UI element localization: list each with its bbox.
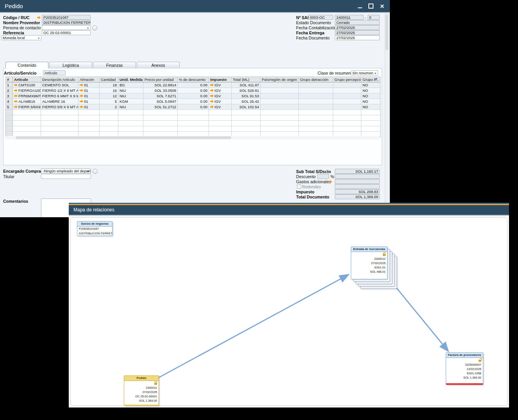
cell-num[interactable]: 3 (6, 93, 13, 98)
cell-descuento[interactable]: 0.00 (178, 104, 209, 109)
cell[interactable] (41, 110, 79, 115)
cell[interactable] (100, 110, 118, 115)
cell[interactable] (361, 110, 380, 115)
cell[interactable] (100, 126, 118, 131)
cell-cantidad[interactable]: 16 (100, 88, 118, 93)
cell[interactable] (118, 126, 143, 131)
cell[interactable] (143, 126, 178, 131)
link-arrow-icon[interactable] (14, 100, 18, 103)
cell-total[interactable]: SOL 25.42 (232, 99, 261, 104)
cell-num[interactable]: 4 (6, 99, 13, 104)
maximize-icon[interactable] (368, 4, 373, 9)
cell-descripcion[interactable]: CEMENTO SOL (41, 82, 79, 88)
tab-finanzas[interactable]: Finanzas (93, 62, 136, 68)
cell[interactable] (143, 115, 178, 120)
cell[interactable] (232, 121, 261, 126)
cell-almacen[interactable]: 01 (79, 88, 100, 93)
col-pais[interactable]: País/región de origen (261, 77, 299, 82)
cell[interactable] (261, 110, 299, 115)
cell[interactable] (261, 115, 299, 120)
cell-num[interactable]: 2 (6, 88, 13, 93)
link-arrow-icon[interactable] (210, 84, 214, 87)
articulo-servicio-field[interactable]: Artículo (43, 70, 66, 75)
cell-precio[interactable]: SOL 51.2712 (143, 104, 178, 109)
nsap-sufijo-field[interactable]: 0 (368, 15, 380, 20)
cell-pais[interactable] (261, 93, 299, 98)
cell-cantidad[interactable]: 12 (100, 93, 118, 98)
cell[interactable] (6, 115, 13, 120)
col-unidad[interactable]: Unid. Medida (118, 77, 143, 82)
cell[interactable] (143, 121, 178, 126)
cell[interactable] (232, 126, 261, 131)
vertical-scrollbar[interactable] (385, 14, 390, 217)
col-grupo-detraccion[interactable]: Grupo detracción (299, 77, 333, 82)
col-almacen[interactable]: Almacén (79, 77, 100, 82)
link-arrow-icon[interactable] (210, 105, 214, 109)
col-descripcion[interactable]: Descripción Artículo (41, 77, 79, 82)
cell-grupo-percepcion[interactable] (333, 104, 361, 109)
cell-impuesto[interactable]: IGV (209, 93, 232, 98)
cell-descuento[interactable]: 0.00 (178, 82, 209, 88)
cell-unidad[interactable]: NIU (118, 104, 143, 109)
cell-impuesto[interactable]: IGV (209, 99, 232, 104)
table-row-empty[interactable] (6, 126, 380, 132)
fecha-contab-field[interactable]: 27/02/2025 (335, 25, 380, 30)
cell-articulo[interactable]: FRR6MX9MT (13, 93, 41, 98)
cell-cantidad[interactable]: 18 (100, 82, 118, 88)
table-row-empty[interactable] (6, 115, 380, 121)
encargado-dropdown[interactable]: ▼-Ningún empleado del depart (41, 168, 91, 173)
cell-grupo-detraccion[interactable] (299, 99, 333, 104)
cell-descripcion[interactable]: FIERRO 1/2 X 9 MT ACE (41, 88, 79, 93)
table-row[interactable]: 1 CMTS100 CEMENTO SOL 01 18 BG SOL 22.88… (6, 82, 380, 88)
cell-precio[interactable]: SOL 22.8814 (143, 82, 178, 88)
link-arrow-icon[interactable] (37, 16, 41, 19)
descuento-field[interactable] (335, 174, 380, 179)
table-row[interactable]: 5 FIERR.5/8X9M FIERRO 5/8 X 9 MT ACE 01 … (6, 104, 380, 110)
cell-descripcion[interactable]: FIERRO 6 MMT X 9 MT A (41, 93, 79, 98)
employee-detail-icon[interactable] (93, 169, 98, 174)
cell[interactable] (13, 115, 41, 120)
cell-unidad[interactable]: NIU (118, 93, 143, 98)
link-arrow-icon[interactable] (14, 89, 18, 92)
cell-unidad[interactable]: KGM (118, 99, 143, 104)
link-arrow-icon[interactable] (14, 95, 18, 98)
expand-table-icon[interactable]: ↗ (374, 77, 377, 82)
cell-pais[interactable] (261, 104, 299, 109)
cell[interactable] (178, 126, 209, 131)
cell[interactable] (118, 121, 143, 126)
cell-num[interactable]: 5 (6, 104, 13, 109)
cell-grupo-percepcion[interactable] (333, 88, 361, 93)
cell-articulo[interactable]: ALAMB16 (13, 99, 41, 104)
nombre-proveedor-field[interactable]: DISTRIBUCION FERRETERA GAE (42, 20, 91, 25)
cell[interactable] (13, 110, 41, 115)
link-arrow-icon[interactable] (14, 84, 18, 87)
nsap-serie-field[interactable]: 0003-OC (308, 15, 333, 20)
cell-articulo[interactable]: CMTS100 (13, 82, 41, 88)
cell-unidad[interactable]: BG (118, 82, 143, 88)
cell-precio[interactable]: SOL 7.6271 (143, 93, 178, 98)
link-arrow-icon[interactable] (80, 95, 83, 98)
col-precio[interactable]: Precio por unidad (143, 77, 178, 82)
link-arrow-icon[interactable] (14, 105, 18, 109)
table-row-empty[interactable] (6, 121, 380, 126)
cell-articulo[interactable]: FIERROA100 (13, 88, 41, 93)
cell-impuesto[interactable]: IGV (209, 104, 232, 109)
col-grupo-percepcion[interactable]: Grupo percepción (333, 77, 361, 82)
cell[interactable] (41, 126, 79, 131)
cell[interactable] (100, 121, 118, 126)
cell-impuesto[interactable]: IGV (209, 88, 232, 93)
cell[interactable] (13, 121, 41, 126)
cell-pais[interactable] (261, 82, 299, 88)
cell-almacen[interactable]: 01 (79, 99, 100, 104)
cell-impuesto[interactable]: IGV (209, 82, 232, 88)
link-arrow-icon[interactable] (80, 100, 83, 103)
cell-descuento[interactable]: 0.00 (178, 88, 209, 93)
cell-grupo-p[interactable]: NO (361, 93, 380, 98)
cell[interactable] (209, 126, 232, 131)
persona-contacto-dropdown[interactable]: ▼ (42, 25, 91, 30)
cell[interactable] (299, 126, 333, 131)
cell-total[interactable]: SOL 411.87 (232, 82, 261, 88)
cell-total[interactable]: SOL 102.54 (232, 104, 261, 109)
cell[interactable] (361, 115, 380, 120)
cell-descripcion[interactable]: ALAMBRE 16 (41, 99, 79, 104)
